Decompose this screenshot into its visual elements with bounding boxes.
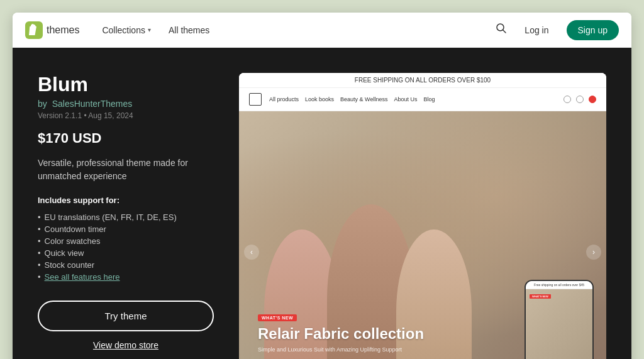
login-button[interactable]: Log in	[514, 20, 558, 40]
mobile-badge: WHAT'S NEW	[530, 294, 551, 299]
hero-next-button[interactable]: ›	[586, 245, 601, 260]
theme-author: by SalesHunterThemes	[38, 99, 214, 109]
feature-item: Stock counter	[38, 259, 214, 271]
theme-author-name[interactable]: SalesHunterThemes	[52, 99, 133, 109]
try-theme-button[interactable]: Try theme	[38, 301, 214, 331]
preview-container: FREE SHIPPING ON ALL ORDERS OVER $100 Al…	[239, 73, 606, 359]
nav-logo[interactable]: themes	[25, 21, 79, 39]
top-nav: themes Collections ▾ All themes Log in S…	[13, 13, 631, 48]
logo-text: themes	[47, 25, 79, 36]
left-panel: Blum by SalesHunterThemes Version 2.1.1 …	[38, 73, 214, 359]
hero-content: WHAT'S NEW Relair Fabric collection Simp…	[258, 311, 424, 359]
nav-all-themes[interactable]: All themes	[161, 20, 217, 40]
hero-subtitle: Simple and Luxurious Suit with Amazing U…	[258, 346, 424, 353]
feature-item: EU translations (EN, FR, IT, DE, ES)	[38, 211, 214, 223]
mobile-hero: WHAT'S NEW Relair fabric collection. Sho…	[526, 289, 592, 359]
mock-search-icon	[564, 96, 571, 103]
right-panel: FREE SHIPPING ON ALL ORDERS OVER $100 Al…	[239, 73, 606, 359]
feature-item: Quick view	[38, 247, 214, 259]
mobile-preview: Free shipping on all orders over $45 WHA…	[525, 280, 594, 359]
nav-links: Collections ▾ All themes	[94, 20, 480, 40]
mock-cart-icon	[589, 96, 596, 103]
chevron-down-icon: ▾	[148, 26, 151, 33]
nav-actions: Log in Sign up	[496, 20, 619, 40]
theme-title: Blum	[38, 73, 214, 96]
mock-account-icon	[576, 96, 584, 103]
mock-nav-link: All products	[269, 96, 299, 102]
mock-nav-links: All products Look books Beauty & Wellnes…	[269, 96, 556, 102]
hero-badge: WHAT'S NEW	[258, 314, 297, 321]
mock-nav-link: About Us	[394, 96, 417, 102]
hero-title: Relair Fabric collection	[258, 325, 424, 343]
mock-nav: All products Look books Beauty & Wellnes…	[239, 88, 606, 111]
mobile-screen: Free shipping on all orders over $45 WHA…	[526, 281, 592, 359]
theme-version: Version 2.1.1 • Aug 15, 2024	[38, 111, 214, 120]
mock-logo	[249, 93, 262, 106]
search-icon[interactable]	[496, 23, 507, 37]
main-content: Blum by SalesHunterThemes Version 2.1.1 …	[13, 48, 631, 359]
mock-nav-link: Look books	[305, 96, 334, 102]
includes-title: Includes support for:	[38, 196, 214, 205]
signup-button[interactable]: Sign up	[567, 20, 619, 40]
features-list: EU translations (EN, FR, IT, DE, ES) Cou…	[38, 211, 214, 283]
nav-collections[interactable]: Collections ▾	[94, 20, 158, 40]
theme-description: Versatile, professional theme made for u…	[38, 157, 214, 183]
mock-nav-icons	[564, 96, 596, 103]
announcement-bar: FREE SHIPPING ON ALL ORDERS OVER $100	[239, 73, 606, 88]
browser-window: themes Collections ▾ All themes Log in S…	[13, 13, 631, 359]
mock-nav-link: Beauty & Wellness	[340, 96, 387, 102]
mobile-announcement: Free shipping on all orders over $45	[526, 281, 592, 289]
shopify-icon	[25, 21, 43, 39]
hero-prev-button[interactable]: ‹	[244, 245, 259, 260]
view-demo-link[interactable]: View demo store	[38, 340, 214, 350]
feature-item: Color swatches	[38, 235, 214, 247]
mock-nav-link: Blog	[423, 96, 435, 102]
feature-item: Countdown timer	[38, 223, 214, 235]
svg-line-2	[503, 30, 506, 33]
see-all-features[interactable]: See all features here	[38, 271, 214, 283]
theme-price: $170 USD	[38, 130, 214, 146]
